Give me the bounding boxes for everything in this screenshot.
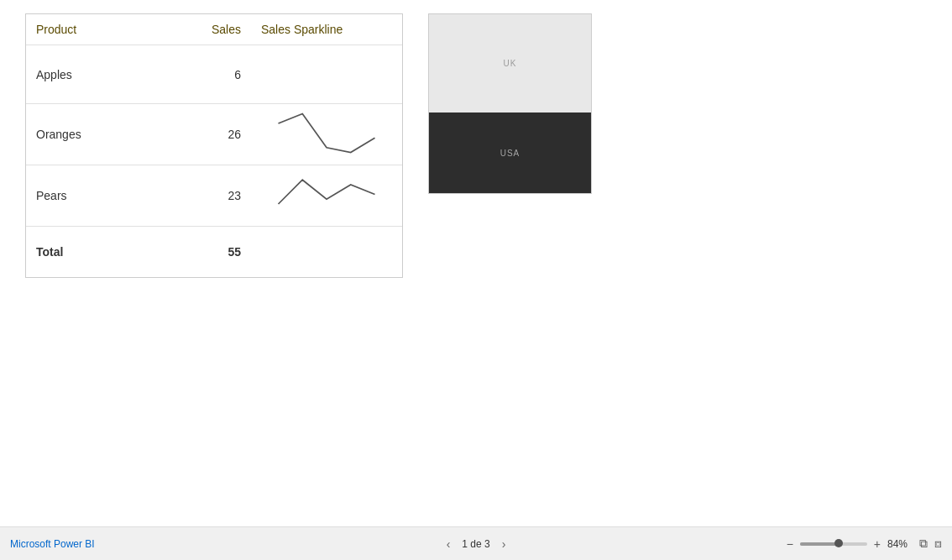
product-cell: Pears [26, 165, 154, 227]
product-cell: Apples [26, 45, 154, 104]
col-header-sales: Sales [154, 14, 251, 45]
sales-cell: 26 [154, 104, 251, 165]
zoom-slider[interactable] [800, 542, 867, 546]
table-row: Apples 6 [26, 45, 402, 104]
col-header-sparkline: Sales Sparkline [251, 14, 402, 45]
map-uk-section: UK [429, 14, 591, 113]
zoom-in-button[interactable]: + [874, 537, 881, 551]
map-uk-label: UK [504, 59, 517, 68]
main-content: Product Sales Sales Sparkline Apples 6 O… [0, 0, 952, 526]
map-usa-section: USA [429, 113, 591, 193]
sparkline-cell-total [251, 227, 402, 277]
status-bar-right: − + 84% ⧉ ⧈ [787, 536, 942, 551]
status-bar: Microsoft Power BI ‹ 1 de 3 › − + 84% ⧉ … [0, 526, 952, 560]
sparkline-cell-oranges [251, 104, 402, 165]
total-label: Total [26, 227, 154, 277]
product-cell: Oranges [26, 104, 154, 165]
zoom-percent: 84% [887, 538, 913, 550]
status-bar-left: Microsoft Power BI [10, 538, 95, 550]
table-total-row: Total 55 [26, 227, 402, 277]
page-indicator: 1 de 3 [462, 538, 489, 550]
map-usa-label: USA [500, 149, 520, 158]
prev-page-button[interactable]: ‹ [443, 536, 454, 552]
sales-cell: 23 [154, 165, 251, 227]
data-table: Product Sales Sales Sparkline Apples 6 O… [26, 14, 402, 277]
sparkline-cell-pears [251, 165, 402, 227]
zoom-out-button[interactable]: − [787, 537, 793, 551]
next-page-button[interactable]: › [499, 536, 510, 552]
table-row: Pears 23 [26, 165, 402, 227]
expand-icon[interactable]: ⧉ [919, 536, 928, 551]
powerbi-link[interactable]: Microsoft Power BI [10, 538, 95, 550]
col-header-product: Product [26, 14, 154, 45]
fullscreen-icon[interactable]: ⧈ [934, 536, 942, 551]
sparkline-cell-apples [251, 45, 402, 104]
sparkline-oranges-svg [261, 104, 392, 162]
sales-cell: 6 [154, 45, 251, 104]
table-row: Oranges 26 [26, 104, 402, 165]
table-widget: Product Sales Sales Sparkline Apples 6 O… [25, 13, 403, 278]
total-value: 55 [154, 227, 251, 277]
map-widget[interactable]: UK USA [428, 13, 592, 194]
sparkline-pears-svg [261, 165, 392, 223]
zoom-slider-thumb [834, 539, 843, 547]
status-bar-center: ‹ 1 de 3 › [443, 536, 510, 552]
